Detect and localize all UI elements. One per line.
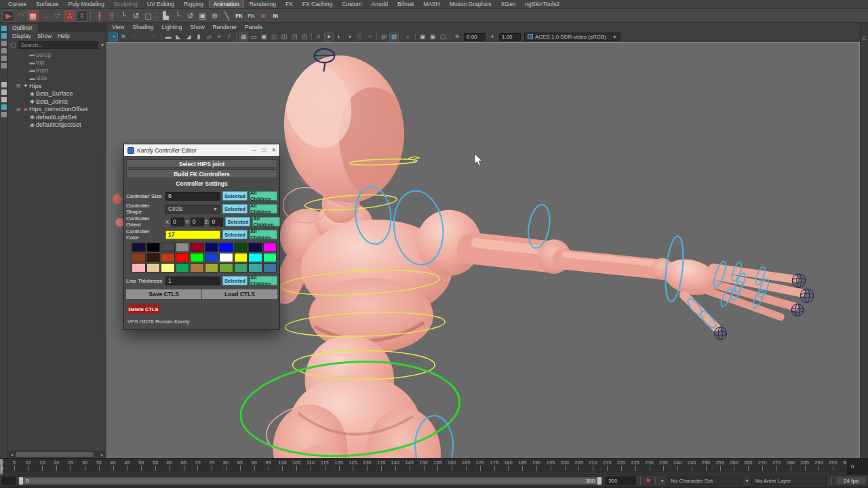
rotate-tool-icon[interactable] xyxy=(1,56,7,61)
shelf-tab-curves[interactable]: Curves xyxy=(4,0,31,8)
wireframe-icon[interactable]: ○ xyxy=(314,33,323,41)
shelf-tab-ngskintools2[interactable]: ngSkinTools2 xyxy=(521,0,564,8)
palette-color-swatch[interactable] xyxy=(205,243,219,252)
filter-icon[interactable]: ▢ xyxy=(10,41,16,48)
add-inbetween-icon[interactable]: ╫ xyxy=(106,10,117,22)
minimize-icon[interactable]: ─ xyxy=(252,147,256,153)
grid-icon[interactable]: ▦ xyxy=(239,33,248,41)
buffer-curve-icon[interactable]: ∵ xyxy=(52,10,63,22)
ghosting-icon[interactable]: ▦ xyxy=(27,10,39,22)
shelf-tab-surfaces[interactable]: Surfaces xyxy=(32,0,63,8)
pan-zoom-icon[interactable]: + xyxy=(214,33,224,41)
occlusion-icon[interactable]: ☀ xyxy=(365,33,374,41)
palette-color-swatch[interactable] xyxy=(132,253,146,262)
palette-color-swatch[interactable] xyxy=(190,243,204,252)
palette-color-swatch[interactable] xyxy=(176,263,190,272)
palette-color-swatch[interactable] xyxy=(132,243,146,252)
palette-color-swatch[interactable] xyxy=(219,263,233,272)
set-rotate-key-icon[interactable]: ↺ xyxy=(184,10,196,22)
mute-channel-icon[interactable]: ╲ xyxy=(221,10,233,22)
selection-mask-icon[interactable]: ✕ xyxy=(119,33,128,41)
chevron-down-icon[interactable]: ▼ xyxy=(745,479,749,483)
mask-b-icon[interactable]: ▫ xyxy=(139,33,149,41)
chevron-down-icon[interactable]: ▼ xyxy=(660,479,665,483)
palette-color-swatch[interactable] xyxy=(146,263,161,272)
range-start-handle[interactable] xyxy=(19,477,23,485)
shelf-tab-arnold[interactable]: Arnold xyxy=(367,0,392,8)
lasso-tool-icon[interactable] xyxy=(1,33,7,39)
viewport-menu-show[interactable]: Show xyxy=(190,24,204,30)
viewport-menu-lighting[interactable]: Lighting xyxy=(161,24,182,30)
scroll-left-icon[interactable]: ◂ xyxy=(9,452,15,458)
single-pane-layout-icon[interactable] xyxy=(1,82,7,87)
outliner-layout-icon[interactable] xyxy=(1,112,7,117)
shadows-icon[interactable]: ▒ xyxy=(355,33,364,41)
gamma-icon[interactable]: ◗ xyxy=(488,33,497,41)
insert-key-icon[interactable]: ╂ xyxy=(94,10,105,22)
fps-indicator[interactable]: 24 fps xyxy=(836,476,866,485)
dialog-titlebar[interactable]: Karoly Controller Editor ─ □ ✕ xyxy=(124,144,279,156)
range-slider-inner[interactable]: 0 300 xyxy=(19,478,601,484)
fk-ik-blend-icon[interactable]: FK xyxy=(245,10,257,22)
palette-color-swatch[interactable] xyxy=(146,253,161,262)
safe-title-icon[interactable]: ◰ xyxy=(300,33,309,41)
line-thickness-all-children-button[interactable]: All Children xyxy=(250,276,277,285)
xray-icon[interactable]: ▧ xyxy=(389,33,399,41)
outliner-item-defaultobjectset[interactable]: ◉defaultObjectSet xyxy=(8,121,106,129)
gimbal-lock-icon[interactable]: ⊕ xyxy=(209,10,220,22)
outliner-menu-help[interactable]: Help xyxy=(58,33,69,39)
axis-field[interactable]: 0 xyxy=(210,218,223,226)
expand-icon[interactable]: ⊞ xyxy=(15,106,22,113)
palette-color-swatch[interactable] xyxy=(190,263,204,272)
controller-color-field[interactable]: 17 xyxy=(165,230,220,239)
animation-start-field[interactable] xyxy=(2,476,16,485)
ghost-editor-icon[interactable]: ∴ xyxy=(64,10,75,22)
safe-action-icon[interactable]: ◳ xyxy=(290,33,299,41)
shelf-tab-motion-graphics[interactable]: Motion Graphics xyxy=(446,0,496,8)
palette-color-swatch[interactable] xyxy=(263,253,277,262)
outliner-item-side[interactable]: ▬side xyxy=(8,75,106,83)
selected-button[interactable]: Selected xyxy=(222,191,248,201)
all-children-button[interactable]: All Children xyxy=(250,230,277,239)
expand-icon[interactable]: ⊞ xyxy=(15,83,22,89)
time-slider[interactable]: 0 05101520253035404550556065707580859095… xyxy=(0,458,868,474)
active-layout-icon[interactable] xyxy=(1,104,7,110)
resolution-gate-icon[interactable]: ▣ xyxy=(259,33,269,41)
all-children-button[interactable]: All Children xyxy=(250,204,277,214)
line-thickness-selected-button[interactable]: Selected xyxy=(222,276,248,285)
shelf-tab-sculpting[interactable]: Sculpting xyxy=(110,0,142,8)
selected-button[interactable]: Selected xyxy=(225,217,250,226)
outliner-item-defaultlightset[interactable]: ◉defaultLightSet xyxy=(8,113,106,121)
controller-shape-dropdown[interactable]: Circle▼ xyxy=(165,205,220,214)
palette-color-swatch[interactable] xyxy=(132,263,146,272)
look-through-icon[interactable]: ◣ xyxy=(174,33,183,41)
paint-select-tool-icon[interactable] xyxy=(1,41,7,46)
palette-color-swatch[interactable] xyxy=(146,243,161,252)
range-slider[interactable]: 0 300 xyxy=(18,476,603,485)
outliner-item-hips-correctionoffset[interactable]: ⊞▰Hips_correctionOffset xyxy=(8,106,106,114)
paste-view-icon[interactable]: ▣ xyxy=(428,33,437,41)
mask-c-icon[interactable]: ▫ xyxy=(149,33,159,41)
select-hips-joint-button[interactable]: Select HIPS joint xyxy=(126,159,277,168)
fk-keys-icon[interactable]: FK xyxy=(233,10,245,22)
gamma-field[interactable]: 1.00 xyxy=(499,33,521,41)
outliner-item-beta-joints[interactable]: ◆Beta_Joints xyxy=(8,98,106,106)
all-children-button[interactable]: All Children xyxy=(252,217,280,226)
exposure-field[interactable]: 0.00 xyxy=(464,33,486,41)
outliner-menu-display[interactable]: Display xyxy=(12,33,31,39)
shelf-tab-mash[interactable]: MASH xyxy=(419,0,444,8)
camera-settings-icon[interactable]: ◢ xyxy=(184,33,193,41)
move-tool-icon[interactable] xyxy=(1,48,7,54)
outliner-scrollbar[interactable]: ◂ ▸ xyxy=(9,451,105,458)
use-all-lights-icon[interactable]: ◑ xyxy=(344,33,354,41)
palette-color-swatch[interactable] xyxy=(263,263,277,272)
selected-button[interactable]: Selected xyxy=(222,230,248,239)
viewport-menu-renderer[interactable]: Renderer xyxy=(213,24,237,30)
playblast-icon[interactable]: ▶ xyxy=(3,10,14,22)
ik-handle-icon[interactable]: IK xyxy=(258,10,269,22)
mask-a-icon[interactable]: ▫ xyxy=(129,33,138,41)
palette-color-swatch[interactable] xyxy=(205,263,219,272)
time-slider-track[interactable]: 0 05101520253035404550556065707580859095… xyxy=(0,459,848,474)
four-pane-layout-icon[interactable] xyxy=(1,89,7,95)
palette-color-swatch[interactable] xyxy=(248,253,262,262)
